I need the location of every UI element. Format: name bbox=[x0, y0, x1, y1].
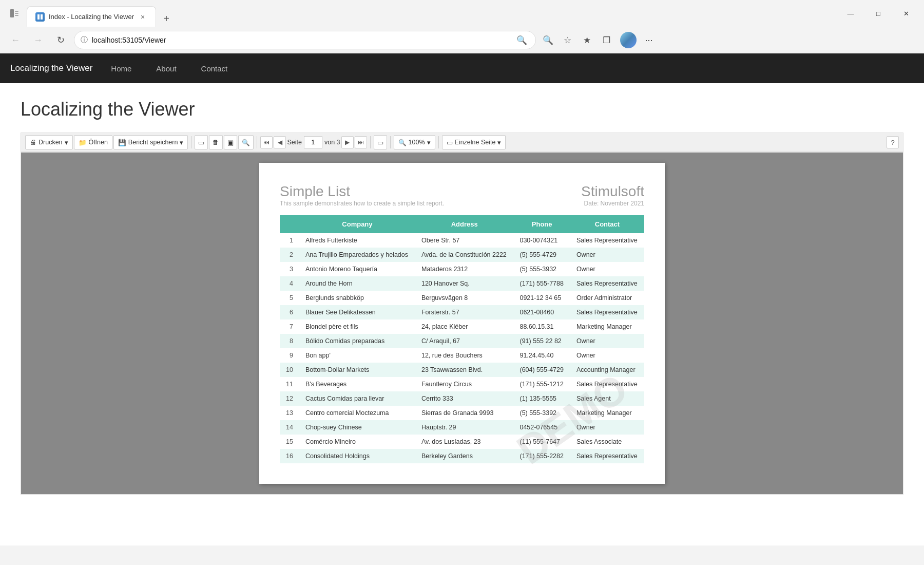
view-button[interactable]: ▣ bbox=[224, 135, 237, 149]
viewer-wrapper: Simple List This sample demonstrates how… bbox=[21, 152, 903, 495]
profile-avatar[interactable] bbox=[620, 32, 637, 48]
page-of-label: von 3 bbox=[324, 139, 340, 146]
col-header-contact: Contact bbox=[570, 215, 644, 233]
new-tab-button[interactable]: + bbox=[158, 10, 175, 27]
table-row: 1 Alfreds Futterkiste Obere Str. 57 030-… bbox=[280, 233, 644, 248]
active-tab[interactable]: Index - Localizing the Viewer × bbox=[27, 6, 156, 27]
row-company: Blondel père et fils bbox=[299, 319, 415, 334]
row-address: 12, rue des Bouchers bbox=[415, 348, 514, 363]
page-number-input[interactable] bbox=[304, 136, 322, 148]
layout-button[interactable]: ▭ bbox=[195, 135, 208, 149]
tab-favicon bbox=[35, 12, 45, 22]
row-address: Berguvsvägen 8 bbox=[415, 291, 514, 305]
print-button[interactable]: 🖨 Drucken ▾ bbox=[25, 135, 73, 149]
address-bar[interactable]: ⓘ localhost:53105/Viewer 🔍 bbox=[74, 31, 536, 49]
row-company: Antonio Moreno Taquería bbox=[299, 262, 415, 276]
print-icon: 🖨 bbox=[30, 139, 36, 146]
row-num: 2 bbox=[280, 248, 299, 262]
separator-5 bbox=[438, 136, 439, 148]
sidebar-toggle[interactable] bbox=[6, 5, 23, 22]
row-phone: (5) 555-4729 bbox=[513, 248, 570, 262]
report-subtitle: This sample demonstrates how to create a… bbox=[280, 200, 444, 207]
row-address: Berkeley Gardens bbox=[415, 449, 514, 463]
row-phone: 88.60.15.31 bbox=[513, 319, 570, 334]
row-address: 23 Tsawwassen Blvd. bbox=[415, 363, 514, 377]
row-address: Forsterstr. 57 bbox=[415, 305, 514, 319]
url-text: localhost:53105/Viewer bbox=[92, 36, 510, 44]
refresh-button[interactable]: ↻ bbox=[51, 31, 70, 49]
navbar-link-about[interactable]: About bbox=[150, 60, 182, 77]
zoom-icon: 🔍 bbox=[398, 139, 407, 146]
row-num: 14 bbox=[280, 420, 299, 435]
prev-page-button[interactable]: ◀ bbox=[274, 136, 286, 148]
favorites-icon[interactable]: ☆ bbox=[560, 32, 575, 48]
row-phone: (1) 135-5555 bbox=[513, 391, 570, 406]
layout-icon: ▭ bbox=[198, 139, 204, 146]
col-header-company: Company bbox=[299, 215, 415, 233]
zoom-dropdown-icon: ▾ bbox=[427, 139, 431, 146]
next-page-button[interactable]: ▶ bbox=[341, 136, 354, 148]
delete-button[interactable]: 🗑 bbox=[209, 135, 223, 149]
find-button[interactable]: 🔍 bbox=[238, 135, 254, 149]
row-company: Cactus Comidas para llevar bbox=[299, 391, 415, 406]
row-address: Avda. de la Constitución 2222 bbox=[415, 248, 514, 262]
open-icon: 📁 bbox=[79, 139, 87, 146]
restore-button[interactable]: □ bbox=[867, 5, 890, 22]
table-row: 16 Consolidated Holdings Berkeley Garden… bbox=[280, 449, 644, 463]
row-num: 11 bbox=[280, 377, 299, 391]
forward-button[interactable]: → bbox=[29, 31, 47, 49]
table-header: Company Address Phone Contact bbox=[280, 215, 644, 233]
navbar-brand[interactable]: Localizing the Viewer bbox=[10, 63, 92, 73]
collections-icon[interactable]: ❐ bbox=[599, 32, 614, 48]
table-row: 4 Around the Horn 120 Hanover Sq. (171) … bbox=[280, 276, 644, 291]
row-company: Bottom-Dollar Markets bbox=[299, 363, 415, 377]
row-contact: Accounting Manager bbox=[570, 363, 644, 377]
row-address: Hauptstr. 29 bbox=[415, 420, 514, 435]
address-bar-icons: 🔍 bbox=[514, 32, 529, 48]
security-info-icon[interactable]: ⓘ bbox=[81, 35, 88, 45]
row-company: Ana Trujillo Emparedados y helados bbox=[299, 248, 415, 262]
tab-close-button[interactable]: × bbox=[138, 12, 147, 22]
row-address: C/ Araquil, 67 bbox=[415, 334, 514, 348]
table-row: 8 Bólido Comidas preparadas C/ Araquil, … bbox=[280, 334, 644, 348]
row-address: 24, place Kléber bbox=[415, 319, 514, 334]
table-row: 2 Ana Trujillo Emparedados y helados Avd… bbox=[280, 248, 644, 262]
more-button[interactable]: ··· bbox=[641, 32, 657, 48]
row-phone: 91.24.45.40 bbox=[513, 348, 570, 363]
row-company: Blauer See Delikatessen bbox=[299, 305, 415, 319]
zoom-button[interactable]: 🔍 100% ▾ bbox=[394, 135, 435, 149]
row-company: Bon app' bbox=[299, 348, 415, 363]
tab-title: Index - Localizing the Viewer bbox=[49, 13, 134, 21]
row-contact: Order Administrator bbox=[570, 291, 644, 305]
page-title: Localizing the Viewer bbox=[21, 99, 903, 120]
row-phone: (171) 555-1212 bbox=[513, 377, 570, 391]
print-label: Drucken bbox=[38, 139, 63, 146]
table-row: 12 Cactus Comidas para llevar Cerrito 33… bbox=[280, 391, 644, 406]
table-header-row: Company Address Phone Contact bbox=[280, 215, 644, 233]
save-button[interactable]: 💾 Bericht speichern ▾ bbox=[113, 135, 188, 149]
search-icon[interactable]: 🔍 bbox=[514, 32, 529, 48]
view-mode-button[interactable]: ▭ bbox=[374, 135, 387, 149]
save-icon: 💾 bbox=[118, 139, 126, 146]
separator-3 bbox=[370, 136, 371, 148]
table-row: 3 Antonio Moreno Taquería Mataderos 2312… bbox=[280, 262, 644, 276]
open-button[interactable]: 📁 Öffnen bbox=[74, 135, 112, 149]
minimize-button[interactable]: — bbox=[839, 5, 862, 22]
svg-rect-1 bbox=[15, 11, 18, 12]
last-page-button[interactable]: ⏭ bbox=[355, 136, 367, 148]
navbar-link-home[interactable]: Home bbox=[105, 60, 138, 77]
report-title: Simple List bbox=[280, 183, 444, 200]
table-row: 14 Chop-suey Chinese Hauptstr. 29 0452-0… bbox=[280, 420, 644, 435]
separator-4 bbox=[390, 136, 391, 148]
row-num: 16 bbox=[280, 449, 299, 463]
print-dropdown-icon: ▾ bbox=[65, 139, 68, 146]
zoom-icon[interactable]: 🔍 bbox=[540, 32, 555, 48]
page-view-button[interactable]: ▭ Einzelne Seite ▾ bbox=[442, 135, 506, 149]
first-page-button[interactable]: ⏮ bbox=[260, 136, 273, 148]
row-phone: (5) 555-3392 bbox=[513, 406, 570, 420]
back-button[interactable]: ← bbox=[6, 31, 25, 49]
navbar-link-contact[interactable]: Contact bbox=[195, 60, 234, 77]
close-button[interactable]: ✕ bbox=[894, 5, 918, 22]
help-button[interactable]: ? bbox=[887, 136, 899, 148]
reading-list-icon[interactable]: ★ bbox=[579, 32, 594, 48]
